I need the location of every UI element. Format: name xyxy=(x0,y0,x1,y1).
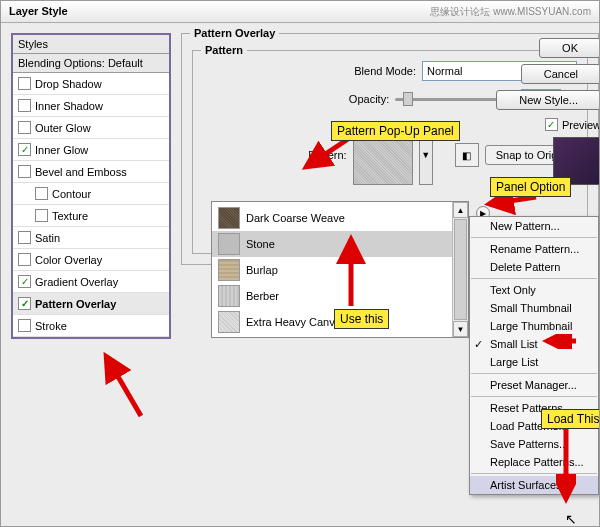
preview-label: Preview xyxy=(562,119,600,131)
annotation-load-this: Load This xyxy=(541,409,600,429)
style-label: Color Overlay xyxy=(35,254,102,266)
pattern-item-burlap[interactable]: Burlap xyxy=(212,257,452,283)
pattern-label: Stone xyxy=(246,238,275,250)
blend-mode-value: Normal xyxy=(427,65,462,77)
menu-label: New Pattern... xyxy=(490,220,560,232)
pattern-item-coarse-weave[interactable]: Coarse Weave xyxy=(212,335,452,337)
menu-label: Save Patterns... xyxy=(490,438,568,450)
pattern-label: Burlap xyxy=(246,264,278,276)
style-item-color-overlay[interactable]: Color Overlay xyxy=(13,249,169,271)
pattern-item-dark-coarse-weave[interactable]: Dark Coarse Weave xyxy=(212,205,452,231)
checkbox[interactable] xyxy=(18,319,31,332)
checkbox[interactable] xyxy=(18,121,31,134)
blending-options-header[interactable]: Blending Options: Default xyxy=(13,54,169,73)
checkbox[interactable] xyxy=(18,77,31,90)
blend-mode-label: Blend Mode: xyxy=(341,65,416,77)
menu-label: Delete Pattern xyxy=(490,261,560,273)
checkbox[interactable] xyxy=(18,165,31,178)
style-label: Pattern Overlay xyxy=(35,298,116,310)
pattern-group-title: Pattern xyxy=(201,44,247,56)
new-style-button[interactable]: New Style... xyxy=(496,90,600,110)
menu-item-text-only[interactable]: Text Only xyxy=(470,281,598,299)
style-item-bevel-and-emboss[interactable]: Bevel and Emboss xyxy=(13,161,169,183)
pattern-item-berber[interactable]: Berber xyxy=(212,283,452,309)
menu-item-delete-pattern[interactable]: Delete Pattern xyxy=(470,258,598,276)
style-label: Contour xyxy=(52,188,91,200)
pattern-scrollbar[interactable]: ▲ ▼ xyxy=(452,202,468,337)
menu-item-rename-pattern[interactable]: Rename Pattern... xyxy=(470,240,598,258)
menu-item-new-pattern[interactable]: New Pattern... xyxy=(470,217,598,235)
checkbox[interactable] xyxy=(35,187,48,200)
menu-item-large-list[interactable]: Large List xyxy=(470,353,598,371)
menu-label: Preset Manager... xyxy=(490,379,577,391)
checkbox[interactable] xyxy=(18,99,31,112)
menu-item-artist-surfaces[interactable]: Artist Surfaces xyxy=(470,476,598,494)
menu-label: Rename Pattern... xyxy=(490,243,579,255)
menu-item-preset-manager[interactable]: Preset Manager... xyxy=(470,376,598,394)
styles-header[interactable]: Styles xyxy=(13,35,169,54)
checkbox[interactable]: ✓ xyxy=(18,275,31,288)
menu-item-replace-patterns[interactable]: Replace Patterns... xyxy=(470,453,598,471)
ok-button[interactable]: OK xyxy=(539,38,600,58)
menu-label: Small List xyxy=(490,338,538,350)
style-item-outer-glow[interactable]: Outer Glow xyxy=(13,117,169,139)
style-item-inner-glow[interactable]: ✓Inner Glow xyxy=(13,139,169,161)
style-label: Outer Glow xyxy=(35,122,91,134)
menu-label: Replace Patterns... xyxy=(490,456,584,468)
pattern-label: Extra Heavy Canvas xyxy=(246,316,346,328)
title-bar: Layer Style 思缘设计论坛 www.MISSYUAN.com xyxy=(1,1,599,23)
style-label: Stroke xyxy=(35,320,67,332)
styles-panel: Styles Blending Options: Default Drop Sh… xyxy=(11,33,171,339)
menu-item-large-thumbnail[interactable]: Large Thumbnail xyxy=(470,317,598,335)
style-item-contour[interactable]: Contour xyxy=(13,183,169,205)
style-item-gradient-overlay[interactable]: ✓Gradient Overlay xyxy=(13,271,169,293)
new-preset-icon[interactable]: ◧ xyxy=(455,143,479,167)
checkbox[interactable] xyxy=(18,231,31,244)
menu-item-save-patterns[interactable]: Save Patterns... xyxy=(470,435,598,453)
menu-separator xyxy=(471,396,597,397)
preview-check-row: ✓ Preview xyxy=(541,118,600,131)
pattern-swatch xyxy=(218,311,240,333)
pattern-label: Pattern: xyxy=(272,149,347,161)
scroll-thumb[interactable] xyxy=(454,219,467,320)
cancel-button[interactable]: Cancel xyxy=(521,64,600,84)
check-icon: ✓ xyxy=(474,338,483,351)
checkbox[interactable]: ✓ xyxy=(18,143,31,156)
menu-separator xyxy=(471,473,597,474)
slider-thumb[interactable] xyxy=(403,92,413,106)
style-item-texture[interactable]: Texture xyxy=(13,205,169,227)
style-item-stroke[interactable]: Stroke xyxy=(13,315,169,337)
checkbox[interactable] xyxy=(18,253,31,266)
style-item-satin[interactable]: Satin xyxy=(13,227,169,249)
preview-checkbox[interactable]: ✓ xyxy=(545,118,558,131)
pattern-swatch xyxy=(218,285,240,307)
annotation-panel-option: Panel Option xyxy=(490,177,571,197)
pattern-list-body: Dark Coarse WeaveStoneBurlapBerberExtra … xyxy=(212,202,452,337)
style-item-pattern-overlay[interactable]: ✓Pattern Overlay xyxy=(13,293,169,315)
scroll-up-icon[interactable]: ▲ xyxy=(453,202,468,218)
menu-label: Large Thumbnail xyxy=(490,320,572,332)
style-label: Gradient Overlay xyxy=(35,276,118,288)
menu-separator xyxy=(471,373,597,374)
style-label: Inner Glow xyxy=(35,144,88,156)
menu-label: Artist Surfaces xyxy=(490,479,562,491)
cursor-icon: ↖ xyxy=(565,511,577,527)
checkbox[interactable]: ✓ xyxy=(18,297,31,310)
menu-item-small-list[interactable]: ✓Small List xyxy=(470,335,598,353)
style-item-drop-shadow[interactable]: Drop Shadow xyxy=(13,73,169,95)
menu-separator xyxy=(471,278,597,279)
dialog-title: Layer Style xyxy=(9,5,68,18)
checkbox[interactable] xyxy=(35,209,48,222)
style-label: Satin xyxy=(35,232,60,244)
pattern-item-stone[interactable]: Stone xyxy=(212,231,452,257)
menu-label: Large List xyxy=(490,356,538,368)
menu-separator xyxy=(471,237,597,238)
scroll-down-icon[interactable]: ▼ xyxy=(453,321,468,337)
menu-item-small-thumbnail[interactable]: Small Thumbnail xyxy=(470,299,598,317)
style-label: Inner Shadow xyxy=(35,100,103,112)
right-buttons: OK Cancel New Style... ✓ Preview xyxy=(496,38,600,185)
pattern-label: Berber xyxy=(246,290,279,302)
pattern-item-extra-heavy-canvas[interactable]: Extra Heavy Canvas xyxy=(212,309,452,335)
group-title: Pattern Overlay xyxy=(190,27,279,39)
style-item-inner-shadow[interactable]: Inner Shadow xyxy=(13,95,169,117)
